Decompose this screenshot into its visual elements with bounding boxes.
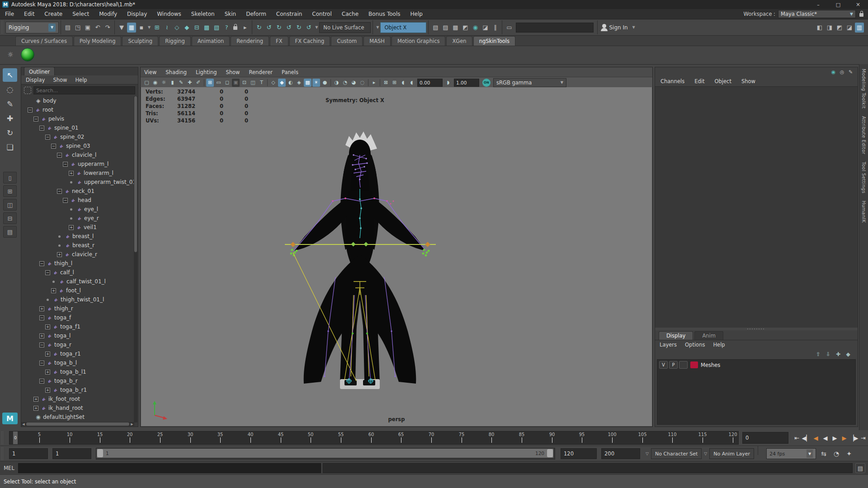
- snap-point-icon[interactable]: ◇: [172, 23, 181, 33]
- sidebar-vertical-tab[interactable]: Tool Settings: [861, 162, 866, 193]
- range-slider-track[interactable]: 1 120: [96, 448, 555, 460]
- lock-camera-icon[interactable]: ◉: [151, 79, 159, 87]
- workspace-lock-icon[interactable]: [859, 13, 863, 17]
- menu-item[interactable]: Skeleton: [186, 11, 220, 17]
- outliner-node-row[interactable]: upperarm_twist_01_l: [21, 178, 134, 187]
- channel-edit-icon[interactable]: ✎: [847, 68, 854, 75]
- expand-toggle-icon[interactable]: [33, 117, 38, 122]
- toolbar-grip[interactable]: [1, 21, 4, 34]
- expand-toggle-icon[interactable]: [70, 181, 72, 183]
- layer-row[interactable]: V P Meshes: [657, 360, 855, 370]
- shelf-tab[interactable]: XGen: [446, 36, 472, 46]
- paint-select-tool[interactable]: ✎: [3, 97, 17, 111]
- channel-manip-icon[interactable]: ◉: [830, 68, 837, 75]
- auto-keyframe-icon[interactable]: ◔: [831, 449, 841, 459]
- humanik-toggle-icon[interactable]: ◨: [825, 23, 834, 33]
- outliner-node-row[interactable]: toga_l: [21, 331, 134, 340]
- expand-toggle-icon[interactable]: [39, 306, 44, 311]
- menu-item[interactable]: Control: [307, 11, 336, 17]
- expand-toggle-icon[interactable]: [57, 252, 62, 257]
- xray-icon[interactable]: ⊠: [382, 79, 390, 87]
- minimize-button[interactable]: –: [808, 0, 828, 9]
- color-management-on-icon[interactable]: ON: [482, 79, 491, 87]
- expand-toggle-icon[interactable]: [58, 235, 61, 238]
- outliner-node-row[interactable]: toga_r: [21, 340, 134, 349]
- lock-selection-icon[interactable]: [233, 26, 237, 30]
- viewport-menu-item[interactable]: Shading: [165, 69, 187, 75]
- outliner-title-tab[interactable]: Outliner: [24, 67, 55, 76]
- outliner-node-row[interactable]: toga_b_r: [21, 376, 134, 385]
- shadows-icon[interactable]: ●: [321, 79, 329, 87]
- chevron-down-icon[interactable]: ▽: [704, 451, 707, 456]
- expand-toggle-icon[interactable]: [39, 261, 44, 266]
- channel-box-toggle-icon[interactable]: ▥: [855, 23, 864, 33]
- anim-layer-selector[interactable]: No Anim Layer: [709, 448, 754, 459]
- maximize-button[interactable]: □: [828, 0, 848, 9]
- textured-icon[interactable]: ▩: [304, 79, 311, 87]
- wireframe-icon[interactable]: ◇: [269, 79, 277, 87]
- light-editor-icon[interactable]: ◪: [481, 23, 490, 33]
- step-back-frame-button[interactable]: ◀▏: [802, 433, 811, 443]
- isolate-select-icon[interactable]: ▸: [370, 79, 378, 87]
- outliner-search-input[interactable]: [33, 86, 135, 94]
- open-scene-icon[interactable]: ◳: [73, 23, 82, 33]
- snap-curve-icon[interactable]: ≀: [162, 23, 171, 33]
- outliner-node-row[interactable]: toga_f: [21, 313, 134, 322]
- construction-history-icon[interactable]: ↻: [255, 23, 264, 33]
- wireframe-on-shaded-icon[interactable]: ◈: [295, 79, 303, 87]
- outliner-node-row[interactable]: lowerarm_l: [21, 169, 134, 178]
- time-slider[interactable]: 0 5 10 15 20 25 30: [9, 431, 739, 445]
- move-tool[interactable]: ✚: [3, 112, 17, 125]
- outliner-horizontal-scrollbar[interactable]: ◀▶: [21, 422, 134, 426]
- step-back-key-button[interactable]: ◀: [811, 433, 821, 443]
- sidebar-vertical-tab[interactable]: HumanIK: [861, 201, 866, 223]
- make-live-icon[interactable]: ▩: [202, 23, 211, 33]
- outliner-node-row[interactable]: clavicle_l: [21, 150, 134, 160]
- menu-item[interactable]: Edit: [19, 11, 39, 17]
- render-sphere-icon[interactable]: ◉: [471, 23, 480, 33]
- playback-loop-icon[interactable]: ⇆: [819, 449, 829, 459]
- gamma-field[interactable]: 1.00: [454, 79, 479, 87]
- menu-item[interactable]: Windows: [152, 11, 186, 17]
- symmetry-icon[interactable]: ↺: [304, 23, 313, 33]
- playback-start-field[interactable]: 1: [9, 448, 48, 459]
- xray-joints-icon[interactable]: ⊞: [391, 79, 398, 87]
- expand-toggle-icon[interactable]: [70, 217, 72, 220]
- layer-editor-menu-item[interactable]: Options: [685, 342, 705, 348]
- select-camera-icon[interactable]: ▢: [143, 79, 151, 87]
- exposure-icon[interactable]: ◖: [399, 79, 407, 87]
- save-scene-icon[interactable]: ▣: [83, 23, 92, 33]
- viewport-menu-item[interactable]: Panels: [282, 69, 298, 75]
- ipr-render-icon[interactable]: ▨: [441, 23, 450, 33]
- expand-toggle-icon[interactable]: [57, 189, 62, 194]
- menu-item[interactable]: Display: [122, 11, 152, 17]
- expand-toggle-icon[interactable]: [51, 288, 56, 293]
- view-transform-selector[interactable]: sRGB gamma ▼: [493, 78, 566, 87]
- highlight-selection-icon[interactable]: ▸: [241, 23, 250, 33]
- outliner-node-row[interactable]: toga_r1: [21, 349, 134, 358]
- menu-item[interactable]: Help: [406, 11, 428, 17]
- expand-toggle-icon[interactable]: [39, 315, 44, 320]
- expand-toggle-icon[interactable]: [33, 397, 38, 402]
- new-empty-layer-icon[interactable]: ✚: [834, 349, 843, 359]
- layer-editor-tab[interactable]: Display: [659, 331, 693, 340]
- chevron-down-icon[interactable]: ▼: [315, 25, 318, 29]
- expand-toggle-icon[interactable]: [45, 352, 50, 357]
- tool-settings-toggle-icon[interactable]: ◪: [845, 23, 854, 33]
- outliner-node-row[interactable]: clavicle_r: [21, 250, 134, 259]
- snap-projected-center-icon[interactable]: ◆: [182, 23, 191, 33]
- shelf-tab[interactable]: Rendering: [231, 36, 269, 46]
- expand-toggle-icon[interactable]: [45, 135, 50, 140]
- outliner-node-row[interactable]: toga_b_r1: [21, 385, 134, 394]
- expand-toggle-icon[interactable]: [63, 198, 68, 203]
- menu-item[interactable]: Select: [67, 11, 94, 17]
- field-chart-icon[interactable]: ⊡: [241, 79, 248, 87]
- expand-toggle-icon[interactable]: [47, 299, 49, 301]
- image-plane-icon[interactable]: ✎: [177, 79, 185, 87]
- outliner-node-row[interactable]: ik_hand_root: [21, 404, 134, 413]
- expand-toggle-icon[interactable]: [45, 388, 50, 393]
- range-slider-bar[interactable]: 1 120: [97, 449, 553, 458]
- select-object-icon[interactable]: ▦: [127, 23, 136, 33]
- command-input-field[interactable]: [18, 463, 321, 473]
- layer-visible-toggle[interactable]: V: [659, 361, 668, 369]
